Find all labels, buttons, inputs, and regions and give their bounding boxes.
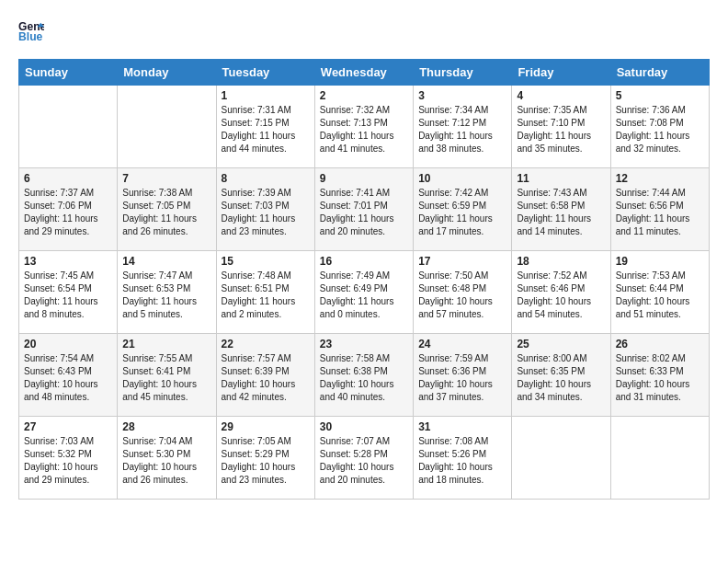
day-info: Sunrise: 7:04 AM Sunset: 5:30 PM Dayligh… — [122, 435, 210, 487]
sunrise: Sunrise: 7:48 AM — [222, 270, 291, 281]
day-number: 13 — [24, 255, 112, 268]
table-row: 11 Sunrise: 7:43 AM Sunset: 6:58 PM Dayl… — [512, 168, 610, 251]
table-row: 4 Sunrise: 7:35 AM Sunset: 7:10 PM Dayli… — [512, 86, 610, 168]
day-info: Sunrise: 7:08 AM Sunset: 5:26 PM Dayligh… — [418, 435, 506, 487]
table-row: 10 Sunrise: 7:42 AM Sunset: 6:59 PM Dayl… — [414, 168, 512, 251]
table-row: 6 Sunrise: 7:37 AM Sunset: 7:06 PM Dayli… — [19, 168, 118, 251]
col-header-saturday: Saturday — [610, 60, 709, 86]
sunset: Sunset: 7:05 PM — [122, 201, 190, 211]
daylight: Daylight: 10 hours and 18 minutes. — [418, 462, 493, 485]
sunrise: Sunrise: 8:00 AM — [517, 353, 586, 363]
sunset: Sunset: 7:13 PM — [320, 118, 388, 128]
sunset: Sunset: 6:36 PM — [418, 366, 486, 376]
day-number: 15 — [222, 255, 310, 268]
table-row — [512, 417, 610, 500]
sunset: Sunset: 7:15 PM — [222, 118, 290, 128]
day-info: Sunrise: 7:32 AM Sunset: 7:13 PM Dayligh… — [320, 104, 408, 155]
sunrise: Sunrise: 7:07 AM — [320, 436, 390, 446]
table-row: 30 Sunrise: 7:07 AM Sunset: 5:28 PM Dayl… — [314, 417, 413, 500]
sunset: Sunset: 6:58 PM — [517, 201, 585, 211]
table-row — [118, 86, 216, 168]
table-row: 7 Sunrise: 7:38 AM Sunset: 7:05 PM Dayli… — [118, 168, 216, 251]
daylight: Daylight: 11 hours and 44 minutes. — [222, 131, 296, 154]
table-row: 9 Sunrise: 7:41 AM Sunset: 7:01 PM Dayli… — [314, 168, 413, 251]
day-number: 29 — [222, 420, 310, 433]
daylight: Daylight: 11 hours and 14 minutes. — [517, 213, 591, 236]
sunset: Sunset: 6:44 PM — [616, 283, 684, 293]
day-info: Sunrise: 7:54 AM Sunset: 6:43 PM Dayligh… — [24, 352, 112, 404]
day-info: Sunrise: 7:36 AM Sunset: 7:08 PM Dayligh… — [616, 104, 704, 155]
day-number: 27 — [24, 420, 112, 433]
sunset: Sunset: 6:56 PM — [616, 201, 684, 211]
table-row: 26 Sunrise: 8:02 AM Sunset: 6:33 PM Dayl… — [610, 334, 709, 417]
daylight: Daylight: 10 hours and 42 minutes. — [222, 379, 296, 402]
day-number: 30 — [320, 420, 408, 433]
sunset: Sunset: 6:49 PM — [320, 283, 388, 293]
day-number: 24 — [418, 338, 506, 350]
table-row: 20 Sunrise: 7:54 AM Sunset: 6:43 PM Dayl… — [19, 334, 118, 417]
day-info: Sunrise: 7:34 AM Sunset: 7:12 PM Dayligh… — [418, 104, 506, 155]
svg-text:Blue: Blue — [18, 30, 43, 43]
sunrise: Sunrise: 7:54 AM — [24, 353, 94, 363]
table-row: 25 Sunrise: 8:00 AM Sunset: 6:35 PM Dayl… — [512, 334, 610, 417]
sunrise: Sunrise: 7:43 AM — [517, 188, 586, 198]
day-number: 21 — [122, 338, 210, 350]
table-row: 15 Sunrise: 7:48 AM Sunset: 6:51 PM Dayl… — [216, 251, 314, 334]
daylight: Daylight: 10 hours and 51 minutes. — [616, 296, 690, 319]
day-number: 23 — [320, 338, 408, 350]
daylight: Daylight: 11 hours and 8 minutes. — [24, 296, 98, 319]
day-number: 11 — [517, 172, 605, 185]
day-info: Sunrise: 7:37 AM Sunset: 7:06 PM Dayligh… — [24, 187, 112, 238]
sunset: Sunset: 7:06 PM — [24, 201, 92, 211]
day-info: Sunrise: 7:59 AM Sunset: 6:36 PM Dayligh… — [418, 352, 506, 404]
daylight: Daylight: 11 hours and 0 minutes. — [320, 296, 394, 319]
table-row: 31 Sunrise: 7:08 AM Sunset: 5:26 PM Dayl… — [414, 417, 512, 500]
day-number: 14 — [122, 255, 210, 268]
daylight: Daylight: 11 hours and 32 minutes. — [616, 131, 690, 154]
day-number: 9 — [320, 172, 408, 185]
sunset: Sunset: 6:33 PM — [616, 366, 684, 376]
table-row: 22 Sunrise: 7:57 AM Sunset: 6:39 PM Dayl… — [216, 334, 314, 417]
calendar-table: SundayMondayTuesdayWednesdayThursdayFrid… — [18, 59, 710, 500]
daylight: Daylight: 11 hours and 2 minutes. — [222, 296, 296, 319]
day-info: Sunrise: 7:45 AM Sunset: 6:54 PM Dayligh… — [24, 270, 112, 321]
sunrise: Sunrise: 7:41 AM — [320, 188, 390, 198]
day-number: 22 — [222, 338, 310, 350]
table-row: 12 Sunrise: 7:44 AM Sunset: 6:56 PM Dayl… — [610, 168, 709, 251]
table-row: 17 Sunrise: 7:50 AM Sunset: 6:48 PM Dayl… — [414, 251, 512, 334]
day-number: 1 — [222, 89, 310, 102]
table-row: 28 Sunrise: 7:04 AM Sunset: 5:30 PM Dayl… — [118, 417, 216, 500]
day-info: Sunrise: 7:39 AM Sunset: 7:03 PM Dayligh… — [222, 187, 310, 238]
sunrise: Sunrise: 7:03 AM — [24, 436, 94, 446]
table-row: 2 Sunrise: 7:32 AM Sunset: 7:13 PM Dayli… — [314, 86, 413, 168]
sunrise: Sunrise: 7:57 AM — [222, 353, 291, 363]
day-number: 26 — [616, 338, 704, 350]
sunset: Sunset: 5:29 PM — [222, 449, 290, 459]
sunset: Sunset: 6:41 PM — [122, 366, 190, 376]
table-row: 19 Sunrise: 7:53 AM Sunset: 6:44 PM Dayl… — [610, 251, 709, 334]
daylight: Daylight: 11 hours and 23 minutes. — [222, 213, 296, 236]
sunrise: Sunrise: 7:04 AM — [122, 436, 192, 446]
col-header-friday: Friday — [512, 60, 610, 86]
daylight: Daylight: 10 hours and 26 minutes. — [122, 462, 197, 485]
sunrise: Sunrise: 7:45 AM — [24, 270, 94, 281]
day-info: Sunrise: 7:41 AM Sunset: 7:01 PM Dayligh… — [320, 187, 408, 238]
day-number: 18 — [517, 255, 605, 268]
daylight: Daylight: 11 hours and 20 minutes. — [320, 213, 394, 236]
table-row: 27 Sunrise: 7:03 AM Sunset: 5:32 PM Dayl… — [19, 417, 118, 500]
table-row: 5 Sunrise: 7:36 AM Sunset: 7:08 PM Dayli… — [610, 86, 709, 168]
table-row: 3 Sunrise: 7:34 AM Sunset: 7:12 PM Dayli… — [414, 86, 512, 168]
logo: General Blue — [18, 18, 51, 44]
daylight: Daylight: 11 hours and 17 minutes. — [418, 213, 493, 236]
day-info: Sunrise: 7:57 AM Sunset: 6:39 PM Dayligh… — [222, 352, 310, 404]
col-header-monday: Monday — [118, 60, 216, 86]
sunset: Sunset: 5:28 PM — [320, 449, 388, 459]
sunrise: Sunrise: 7:32 AM — [320, 105, 390, 115]
sunset: Sunset: 7:01 PM — [320, 201, 388, 211]
sunset: Sunset: 6:35 PM — [517, 366, 585, 376]
day-number: 19 — [616, 255, 704, 268]
daylight: Daylight: 10 hours and 34 minutes. — [517, 379, 591, 402]
day-info: Sunrise: 8:00 AM Sunset: 6:35 PM Dayligh… — [517, 352, 605, 404]
sunset: Sunset: 5:32 PM — [24, 449, 92, 459]
sunrise: Sunrise: 7:08 AM — [418, 436, 488, 446]
